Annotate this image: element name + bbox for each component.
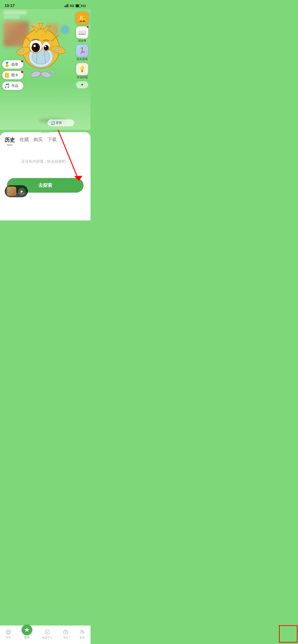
mini-player[interactable]: ▶	[5, 185, 28, 197]
empty-state: 还没有内容哦，快去探索吧～	[0, 145, 91, 174]
svg-rect-16	[20, 50, 23, 52]
battery-label: 62	[83, 4, 86, 8]
user-name-blur	[4, 10, 27, 14]
left-badges: 🏅 勋章 📒 图卡 🎵 作品	[2, 60, 23, 90]
svg-rect-17	[55, 48, 59, 50]
bottom-panel: 历史 收藏 购买 下载 还没有内容哦，快去探索吧～ 去探索 ▶	[0, 132, 91, 220]
card-badge[interactable]: 📒 图卡	[2, 71, 23, 79]
sing-label: 伴读伴唱	[77, 76, 88, 80]
status-bar: 10:17 5G 62	[0, 0, 91, 9]
sing-button[interactable]: 💡 伴读伴唱	[76, 63, 88, 80]
work-label: 作品	[11, 84, 18, 88]
card-icon: 📒	[4, 72, 10, 78]
svg-rect-3	[68, 4, 68, 7]
tell-story-button[interactable]: 📖 讲故事	[76, 26, 88, 43]
card-dot	[21, 71, 23, 73]
user-sub-blur	[4, 16, 20, 19]
user-header	[4, 10, 87, 19]
status-time: 10:17	[5, 4, 15, 8]
game-label: 闯关游戏	[77, 57, 88, 61]
medal-dot	[21, 60, 23, 62]
empty-text: 还没有内容哦，快去探索吧～	[21, 160, 69, 164]
refresh-button[interactable]: 🔄 更换	[48, 120, 74, 126]
status-icons: 5G 62	[65, 4, 86, 8]
signal-icon	[65, 4, 69, 8]
work-badge[interactable]: 🎵 作品	[2, 82, 23, 90]
user-info	[4, 10, 27, 19]
battery-icon	[75, 4, 82, 8]
tell-story-icon: 📖	[76, 26, 88, 38]
svg-point-25	[44, 46, 46, 47]
tab-history[interactable]: 历史	[5, 136, 15, 145]
tell-story-label: 讲故事	[78, 39, 86, 43]
svg-marker-5	[39, 23, 43, 29]
refresh-icon: 🔄	[51, 121, 55, 125]
bell-button[interactable]: 🔔	[76, 12, 89, 24]
bell-icon: 🔔	[76, 12, 89, 24]
svg-marker-30	[51, 70, 56, 73]
game-button[interactable]: 🏃 闯关游戏	[76, 45, 88, 61]
medal-label: 勋章	[11, 62, 18, 67]
tab-download[interactable]: 下载	[47, 136, 57, 145]
more-button[interactable]: ▼	[76, 81, 88, 88]
svg-point-29	[40, 71, 52, 79]
medal-badge[interactable]: 🏅 勋章	[2, 60, 23, 68]
svg-point-21	[34, 45, 36, 47]
sing-icon: 💡	[76, 63, 88, 75]
tabs-row: 历史 收藏 购买 下载	[0, 133, 91, 145]
svg-point-28	[30, 70, 41, 78]
svg-rect-1	[66, 5, 66, 7]
medal-icon: 🏅	[4, 62, 10, 67]
card-label: 图卡	[11, 73, 18, 78]
svg-rect-0	[65, 6, 65, 7]
game-icon: 🏃	[76, 45, 88, 57]
story-red-dot	[87, 26, 89, 28]
mini-thumbnail	[7, 186, 16, 196]
mini-play-button[interactable]: ▶	[18, 188, 26, 195]
refresh-label: 更换	[56, 121, 62, 125]
network-label: 5G	[70, 4, 74, 8]
tab-collect[interactable]: 收藏	[20, 136, 29, 145]
svg-rect-2	[67, 4, 67, 7]
work-icon: 🎵	[4, 83, 10, 88]
green-area: 🔔 📖 讲故事 🏃 闯关游戏 💡	[0, 9, 91, 130]
tab-buy[interactable]: 购买	[34, 136, 43, 145]
screen: 10:17 5G 62	[0, 0, 91, 220]
right-buttons-column: 🔔 📖 讲故事 🏃 闯关游戏 💡	[76, 12, 89, 88]
